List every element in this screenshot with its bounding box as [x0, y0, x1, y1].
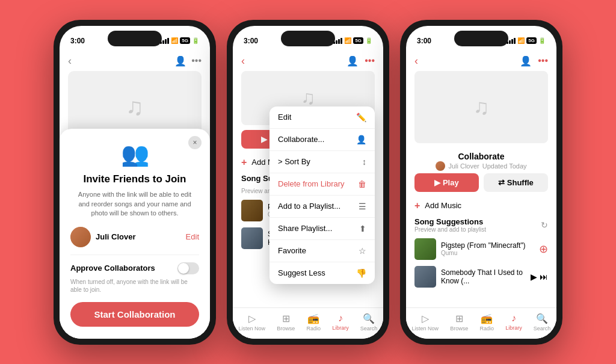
approve-desc: When turned off, anyone with the link wi… — [70, 278, 199, 294]
context-add-playlist-label: Add to a Playlist... — [278, 202, 340, 211]
song-thumb-3-1 — [414, 266, 436, 288]
skip-control-3-1[interactable]: ⏭ — [540, 272, 548, 282]
song-add-3-0[interactable]: ⊕ — [539, 242, 548, 256]
modal-close-btn[interactable]: × — [188, 136, 202, 149]
context-add-playlist[interactable]: Add to a Playlist... ☰ — [270, 196, 375, 218]
context-edit[interactable]: Edit ✏️ — [270, 106, 375, 129]
tab-library-3[interactable]: ♪ Library — [505, 313, 522, 331]
music-note-3: ♫ — [473, 94, 490, 120]
bar3 — [511, 39, 513, 44]
context-sort-label: > Sort By — [278, 157, 310, 166]
tab-library-2[interactable]: ♪ Library — [332, 313, 349, 331]
context-sort[interactable]: > Sort By ↕ — [270, 151, 375, 173]
context-share-label: Share Playlist... — [278, 224, 332, 233]
person-add-icon-1[interactable]: 👤 — [174, 55, 186, 67]
context-suggest-less[interactable]: Suggest Less 👎 — [270, 262, 375, 284]
5g-badge-3: 5G — [526, 37, 537, 44]
bar2 — [509, 40, 511, 44]
approve-toggle[interactable] — [177, 262, 199, 274]
bar2 — [162, 40, 164, 44]
song-info-3-0: Pigstep (From "Minecraft") Qumu — [441, 241, 534, 256]
context-share-icon: ⬆ — [359, 224, 366, 233]
collab-avatar-sm — [436, 161, 445, 171]
play-control-3-1[interactable]: ▶ — [531, 272, 537, 282]
context-favorite[interactable]: Favorite ☆ — [270, 240, 375, 262]
tab-radio-icon-2: 📻 — [307, 313, 319, 324]
context-sort-icon: ↕ — [362, 157, 366, 167]
phone-1: 3:00 📶 5G 🔋 ‹ 👤 — [54, 20, 216, 345]
context-collaborate[interactable]: Collaborate... 👤 — [270, 129, 375, 151]
context-delete[interactable]: Delete from Library 🗑 — [270, 173, 375, 196]
tab-library-icon-3: ♪ — [511, 313, 516, 324]
context-edit-label: Edit — [278, 113, 291, 122]
song-controls-3-1: ▶ ⏭ — [531, 272, 548, 282]
phones-container: 3:00 📶 5G 🔋 ‹ 👤 — [42, 8, 574, 357]
tab-radio-label-3: Radio — [479, 325, 494, 332]
context-add-playlist-icon: ☰ — [359, 202, 366, 211]
wifi-icon-3: 📶 — [517, 37, 525, 44]
back-icon-3[interactable]: ‹ — [414, 55, 418, 67]
collab-sub: Juli Clover Updated Today — [414, 161, 548, 171]
wifi-icon-1: 📶 — [171, 37, 178, 44]
play-btn-3[interactable]: ▶ Play — [414, 173, 479, 192]
modal-edit-btn[interactable]: Edit — [186, 232, 199, 241]
5g-badge-2: 5G — [353, 37, 363, 44]
modal-title: Invite Friends to Join — [70, 173, 199, 185]
play-shuffle-row-3: ▶ Play ⇄ Shuffle — [406, 173, 556, 197]
nav-icons-right-2: 👤 ••• — [346, 55, 375, 67]
person-add-icon-2[interactable]: 👤 — [346, 55, 359, 67]
tab-listen-icon-3: ▷ — [422, 313, 429, 324]
tab-library-label-2: Library — [332, 325, 349, 331]
toggle-knob — [178, 263, 189, 274]
song-suggestions-header-3: Song Suggestions Preview and add to play… — [406, 215, 556, 235]
more-icon-1[interactable]: ••• — [191, 55, 202, 67]
tab-radio-icon-3: 📻 — [481, 313, 493, 324]
collab-user: Juli Clover — [448, 162, 479, 170]
start-collaboration-btn[interactable]: Start Collaboration — [70, 302, 199, 327]
song-artist-3-0: Qumu — [441, 250, 534, 256]
back-icon-1[interactable]: ‹ — [68, 55, 72, 67]
tab-radio-3[interactable]: 📻 Radio — [479, 313, 494, 332]
context-edit-icon: ✏️ — [356, 113, 366, 122]
collab-info: Collaborate Juli Clover Updated Today — [406, 148, 556, 173]
tab-browse-icon-3: ⊞ — [455, 313, 463, 324]
bar2 — [336, 40, 337, 44]
collab-title: Collaborate — [414, 152, 548, 161]
tab-browse-label-3: Browse — [450, 325, 468, 332]
tab-browse-3[interactable]: ⊞ Browse — [450, 313, 468, 332]
music-note-2: ♫ — [301, 87, 315, 109]
user-info: Juli Clover — [70, 227, 186, 247]
context-menu: Edit ✏️ Collaborate... 👤 > Sort By ↕ Del… — [270, 106, 375, 284]
modal-divider — [70, 254, 199, 255]
tab-search-3[interactable]: 🔍 Search — [534, 313, 551, 332]
tab-listen-now-2[interactable]: ▷ Listen Now — [239, 313, 266, 332]
tab-search-label-2: Search — [360, 325, 378, 332]
shuffle-btn-3[interactable]: ⇄ Shuffle — [484, 173, 548, 192]
tab-listen-now-3[interactable]: ▷ Listen Now — [412, 313, 439, 332]
add-plus-icon-3[interactable]: + — [414, 200, 420, 211]
tab-search-2[interactable]: 🔍 Search — [360, 313, 378, 332]
wifi-icon-2: 📶 — [344, 37, 351, 44]
phone1-content: ‹ 👤 ••• ♫ × 👥 Invite Friends to Join — [60, 52, 210, 339]
context-delete-label: Delete from Library — [278, 179, 345, 188]
tab-browse-2[interactable]: ⊞ Browse — [277, 313, 295, 332]
more-icon-3[interactable]: ••• — [538, 55, 548, 66]
battery-icon-2: 🔋 — [365, 37, 372, 44]
back-icon-2[interactable]: ‹ — [241, 55, 245, 67]
bar4 — [167, 38, 169, 44]
refresh-icon-3[interactable]: ↻ — [541, 220, 548, 230]
song-row-3-1: Somebody That I Used to Know (... ▶ ⏭ — [406, 263, 556, 291]
song-thumb-3-0 — [414, 238, 436, 260]
tab-browse-label-2: Browse — [277, 325, 295, 332]
add-plus-icon-2[interactable]: + — [241, 157, 247, 168]
more-icon-2[interactable]: ••• — [365, 55, 375, 66]
context-share[interactable]: Share Playlist... ⬆ — [270, 218, 375, 240]
tab-search-icon-3: 🔍 — [536, 313, 548, 324]
song-thumb-2-0 — [241, 200, 263, 221]
battery-icon-1: 🔋 — [192, 37, 199, 44]
approve-row: Approve Collaborators — [70, 262, 199, 274]
person-add-icon-3[interactable]: 👤 — [520, 55, 532, 67]
tab-radio-2[interactable]: 📻 Radio — [306, 313, 321, 332]
song-name-3-0: Pigstep (From "Minecraft") — [441, 241, 534, 250]
context-suggest-less-label: Suggest Less — [278, 268, 325, 277]
